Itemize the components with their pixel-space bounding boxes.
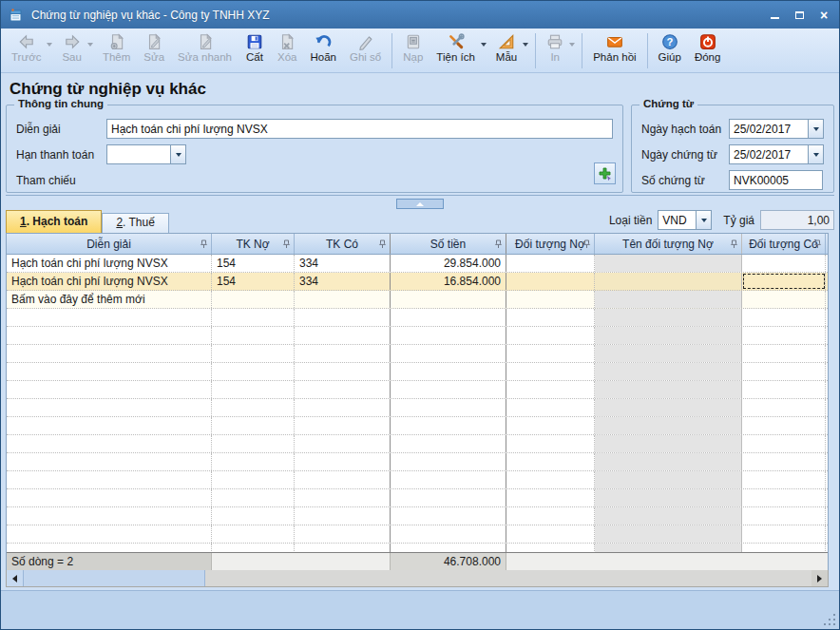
reference-label: Tham chiếu xyxy=(16,174,106,187)
column-header-tk-co[interactable]: TK Có xyxy=(295,234,391,254)
column-header-so-tien[interactable]: Số tiền xyxy=(391,234,506,254)
table-row-selected[interactable]: Hạch toán chi phí lượng NVSX 154 334 16.… xyxy=(7,273,828,291)
help-icon: ? xyxy=(661,33,678,50)
chevron-down-icon[interactable] xyxy=(47,43,52,47)
add-reference-button[interactable] xyxy=(594,162,616,184)
chevron-down-icon[interactable] xyxy=(569,43,575,47)
toolbar-quick-edit-button[interactable]: Sửa nhanh xyxy=(171,30,239,71)
printer-icon xyxy=(546,33,563,50)
toolbar-post-button[interactable]: Ghi sổ xyxy=(343,30,388,71)
toolbar-separator xyxy=(647,33,648,68)
splitter-collapse-button[interactable] xyxy=(396,199,444,209)
posting-date-input[interactable] xyxy=(729,119,808,139)
title-bar[interactable]: Chứng từ nghiệp vụ khác - Công ty TNHH X… xyxy=(1,1,839,29)
chevron-down-icon[interactable] xyxy=(87,43,93,47)
horizontal-scrollbar[interactable] xyxy=(6,570,829,587)
empty-row xyxy=(7,471,828,489)
column-header-ten-doi-tuong-no[interactable]: Tên đối tượng Nợ xyxy=(595,234,742,254)
empty-row xyxy=(7,363,828,381)
column-header-dien-giai[interactable]: Diễn giải xyxy=(7,234,212,254)
toolbar-edit-button[interactable]: Sửa xyxy=(137,30,171,71)
scroll-right-button[interactable] xyxy=(811,570,828,586)
maximize-button[interactable] xyxy=(793,10,805,21)
tab-hach-toan[interactable]: 1. Hạch toán xyxy=(6,210,102,233)
empty-row xyxy=(7,489,828,507)
empty-row xyxy=(7,417,828,435)
document-number-input[interactable] xyxy=(729,170,823,190)
toolbar-separator xyxy=(391,33,392,68)
document-info-legend: Chứng từ xyxy=(640,98,697,109)
power-icon xyxy=(699,33,716,50)
focused-cell[interactable] xyxy=(742,273,826,290)
page-title: Chứng từ nghiệp vụ khác xyxy=(6,73,834,105)
chevron-down-icon[interactable] xyxy=(481,43,487,47)
empty-row xyxy=(7,544,828,552)
scrollbar-thumb[interactable] xyxy=(23,570,205,586)
scroll-left-button[interactable] xyxy=(7,570,23,586)
chevron-down-icon[interactable] xyxy=(523,43,528,47)
minimize-button[interactable] xyxy=(769,10,780,21)
payment-term-dropdown-button[interactable] xyxy=(170,144,186,164)
toolbar-back-button[interactable]: Trước xyxy=(5,30,55,71)
document-date-label: Ngày chứng từ xyxy=(641,148,729,162)
pin-icon[interactable] xyxy=(282,239,291,249)
pin-icon[interactable] xyxy=(200,239,208,249)
payment-term-input[interactable] xyxy=(106,144,170,164)
document-date-dropdown-button[interactable] xyxy=(808,144,824,164)
toolbar-help-button[interactable]: ? Giúp xyxy=(652,30,688,71)
column-header-doi-tuong-co[interactable]: Đối tượng Có xyxy=(742,234,826,254)
toolbar-close-form-button[interactable]: Đóng xyxy=(688,30,728,71)
svg-text:?: ? xyxy=(666,36,673,48)
toolbar-delete-button[interactable]: Xóa xyxy=(271,30,303,71)
toolbar-forward-button[interactable]: Sau xyxy=(55,30,95,71)
exchange-rate-label: Tỷ giá xyxy=(723,214,754,227)
document-date-input[interactable] xyxy=(729,144,808,164)
toolbar-reload-button[interactable]: Nạp xyxy=(396,30,430,71)
toolbar: Trước Sau Thêm Sửa Sửa nhanh Cất Xóa xyxy=(1,29,839,73)
pin-icon[interactable] xyxy=(730,239,738,249)
toolbar-add-button[interactable]: Thêm xyxy=(96,30,137,71)
tab-thue[interactable]: 2. Thuế xyxy=(102,213,169,233)
column-header-doi-tuong-no[interactable]: Đối tượng Nợ xyxy=(506,234,595,254)
pin-icon[interactable] xyxy=(582,239,591,249)
document-number-label: Số chứng từ xyxy=(641,174,729,187)
application-window: Chứng từ nghiệp vụ khác - Công ty TNHH X… xyxy=(0,0,840,630)
envelope-icon xyxy=(606,33,623,50)
row-count: Số dòng = 2 xyxy=(7,553,212,570)
description-input[interactable] xyxy=(106,119,613,139)
document-info-group: Chứng từ Ngày hạch toán Ngày chứng từ xyxy=(631,105,834,193)
general-info-group: Thông tin chung Diễn giải Hạn thanh toán… xyxy=(6,105,623,193)
back-arrow-icon xyxy=(18,33,35,50)
empty-row xyxy=(7,525,828,544)
toolbar-print-button[interactable]: In xyxy=(540,30,578,71)
window-title: Chứng từ nghiệp vụ khác - Công ty TNHH X… xyxy=(31,9,769,22)
empty-row xyxy=(7,327,828,345)
grid-body: Hạch toán chi phí lượng NVSX 154 334 29.… xyxy=(7,255,828,552)
pin-icon[interactable] xyxy=(494,239,503,249)
add-document-icon xyxy=(108,33,125,50)
status-bar xyxy=(1,590,839,629)
amount-total: 46.708.000 xyxy=(391,553,506,570)
posting-date-dropdown-button[interactable] xyxy=(808,119,824,139)
pin-icon[interactable] xyxy=(378,239,387,249)
column-header-tk-no[interactable]: TK Nợ xyxy=(212,234,295,254)
pin-icon[interactable] xyxy=(813,239,822,249)
toolbar-utilities-button[interactable]: Tiện ích xyxy=(430,30,488,71)
add-new-row[interactable]: Bấm vào đây để thêm mới xyxy=(7,291,828,309)
toolbar-feedback-button[interactable]: Phản hồi xyxy=(586,30,642,71)
toolbar-undo-button[interactable]: Hoãn xyxy=(303,30,343,71)
exchange-rate-input xyxy=(760,210,834,230)
empty-row xyxy=(7,435,828,453)
resize-grip[interactable] xyxy=(833,623,835,625)
toolbar-save-button[interactable]: Cất xyxy=(239,30,271,71)
grid-footer-row: Số dòng = 2 46.708.000 xyxy=(7,552,828,570)
close-button[interactable]: × xyxy=(818,10,830,21)
pencil-icon xyxy=(357,33,374,50)
currency-input[interactable] xyxy=(658,210,696,230)
scroll-right-icon xyxy=(817,575,822,582)
payment-term-label: Hạn thanh toán xyxy=(16,148,106,162)
table-row[interactable]: Hạch toán chi phí lượng NVSX 154 334 29.… xyxy=(7,255,828,273)
currency-dropdown-button[interactable] xyxy=(696,210,712,230)
toolbar-template-button[interactable]: Mẫu xyxy=(489,30,531,71)
empty-row xyxy=(7,309,828,327)
